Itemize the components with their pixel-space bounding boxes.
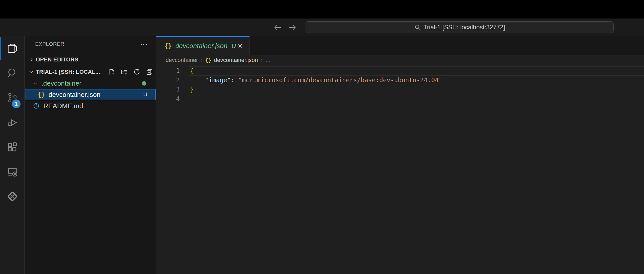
folder-name: .devcontainer xyxy=(41,79,81,87)
new-folder-button[interactable] xyxy=(120,68,128,76)
source-control-badge: 1 xyxy=(12,99,21,108)
tab-bar: {} devcontainer.json U ✕ xyxy=(156,36,644,55)
tab-close-button[interactable]: ✕ xyxy=(236,42,244,50)
macos-menu-strip xyxy=(0,0,644,19)
file-name: devcontainer.json xyxy=(49,91,100,99)
files-icon xyxy=(6,42,18,54)
navigate-back-button[interactable] xyxy=(272,22,283,33)
tab-devcontainer-json[interactable]: {} devcontainer.json U ✕ xyxy=(156,36,250,55)
token-bracket: } xyxy=(190,86,194,93)
tree-item-devcontainer-folder[interactable]: .devcontainer xyxy=(25,78,156,89)
breadcrumb-separator: › xyxy=(201,57,203,64)
activity-item-run-and-debug[interactable] xyxy=(0,110,25,135)
extensions-icon xyxy=(6,141,18,153)
search-icon xyxy=(6,67,18,79)
activity-item-containers[interactable] xyxy=(0,184,25,209)
git-modified-dot xyxy=(142,81,146,86)
code-line-4[interactable]: 4 xyxy=(156,94,644,103)
workspace-toolbar xyxy=(108,66,154,78)
explorer-sidebar: EXPLORER OPEN EDITORS TRIAL-1 [SSH: LOCA… xyxy=(25,36,156,274)
ellipsis-icon xyxy=(140,40,148,48)
more-actions-button[interactable] xyxy=(139,40,148,49)
navigate-forward-button[interactable] xyxy=(287,22,298,33)
token-key: "image" xyxy=(205,77,231,84)
code-line-3[interactable]: 3} xyxy=(156,85,644,94)
tree-item-readme[interactable]: README.md xyxy=(25,100,156,112)
search-icon xyxy=(414,24,421,31)
json-file-icon: {} xyxy=(164,42,172,50)
remote-explorer-icon xyxy=(6,166,18,178)
containers-clover-icon xyxy=(6,190,18,203)
code-lines: 1{2 "image": "mcr.microsoft.com/devconta… xyxy=(156,66,644,103)
breadcrumbs: .devcontainer › {} devcontainer.json › … xyxy=(156,55,644,65)
activity-bar: 1 xyxy=(0,36,25,274)
arrow-left-icon xyxy=(273,23,282,32)
readme-info-icon xyxy=(33,102,40,109)
tab-untracked-badge: U xyxy=(232,42,236,50)
json-file-icon: {} xyxy=(37,91,45,98)
title-bar: Trial-1 [SSH: localhost:32772] xyxy=(0,19,644,36)
breadcrumb-symbol[interactable]: … xyxy=(265,57,271,63)
activity-item-explorer[interactable] xyxy=(0,36,25,61)
run-and-debug-icon xyxy=(6,116,18,128)
line-content[interactable]: "image": "mcr.microsoft.com/devcontainer… xyxy=(190,76,442,85)
activity-item-remote-explorer[interactable] xyxy=(0,159,25,184)
token-plain: : xyxy=(231,77,238,84)
section-workspace[interactable]: TRIAL-1 [SSH: LOCAL... xyxy=(25,66,156,78)
file-tree: .devcontainer {} devcontainer.json U REA… xyxy=(25,78,156,112)
activity-item-search[interactable] xyxy=(0,61,25,85)
code-line-1[interactable]: 1{ xyxy=(156,66,644,76)
breadcrumb-file[interactable]: devcontainer.json xyxy=(214,57,258,63)
token-plain xyxy=(190,77,205,84)
chevron-down-icon xyxy=(28,69,35,75)
token-string: "mcr.microsoft.com/devcontainers/base:de… xyxy=(238,77,442,84)
tree-indent-guide xyxy=(36,89,36,101)
collapse-all-button[interactable] xyxy=(145,68,154,76)
command-center-search[interactable]: Trial-1 [SSH: localhost:32772] xyxy=(306,21,614,33)
breadcrumb-separator: › xyxy=(260,57,262,64)
sidebar-header: EXPLORER xyxy=(25,36,156,52)
refresh-icon xyxy=(133,68,141,76)
line-content[interactable]: { xyxy=(190,66,194,76)
new-file-button[interactable] xyxy=(108,68,116,76)
code-line-2[interactable]: 2 "image": "mcr.microsoft.com/devcontain… xyxy=(156,76,644,85)
activity-item-extensions[interactable] xyxy=(0,135,25,159)
file-name: README.md xyxy=(43,102,83,110)
git-untracked-badge: U xyxy=(143,91,147,98)
json-file-icon: {} xyxy=(205,57,211,63)
chevron-right-icon xyxy=(28,56,35,63)
activity-item-source-control[interactable]: 1 xyxy=(0,85,25,110)
token-bracket: { xyxy=(190,67,194,75)
command-center-label: Trial-1 [SSH: localhost:32772] xyxy=(423,24,505,31)
new-file-icon xyxy=(108,68,116,76)
editor-group: {} devcontainer.json U ✕ .devcontainer ›… xyxy=(156,36,644,274)
chevron-down-icon xyxy=(32,80,39,87)
line-number[interactable]: 1 xyxy=(156,66,180,76)
line-number[interactable]: 4 xyxy=(156,94,180,103)
breadcrumb-folder[interactable]: .devcontainer xyxy=(164,57,198,63)
arrow-right-icon xyxy=(288,23,297,32)
line-number[interactable]: 3 xyxy=(156,85,180,94)
open-editors-label: OPEN EDITORS xyxy=(36,56,78,63)
tab-label: devcontainer.json xyxy=(175,42,228,50)
refresh-button[interactable] xyxy=(133,68,141,76)
new-folder-icon xyxy=(120,68,128,76)
section-open-editors[interactable]: OPEN EDITORS xyxy=(25,54,156,65)
line-number[interactable]: 2 xyxy=(156,76,180,85)
workspace-label: TRIAL-1 [SSH: LOCAL... xyxy=(36,69,100,75)
sidebar-title: EXPLORER xyxy=(35,41,64,47)
tree-item-devcontainer-json[interactable]: {} devcontainer.json U xyxy=(25,89,156,100)
collapse-all-icon xyxy=(146,68,153,76)
line-content[interactable]: } xyxy=(190,85,194,94)
